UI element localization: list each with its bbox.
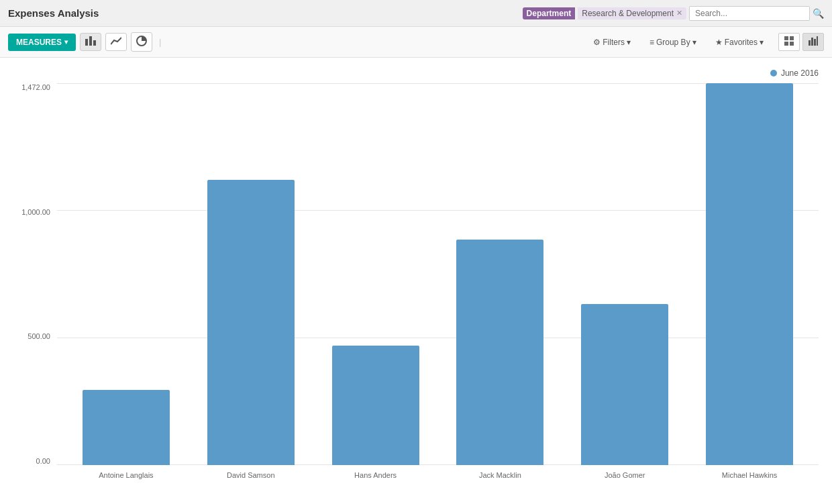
grid-view-button[interactable] [778,33,800,51]
view-toggle [778,33,824,51]
filter-icon: ⚙ [593,38,601,47]
search-area: Department Research & Development ✕ 🔍 [523,6,824,21]
star-icon: ★ [715,38,723,47]
y-label-500: 500.00 [28,332,50,340]
favorites-chevron-icon: ▾ [760,38,764,47]
chart-inner: 1,472.00 1,000.00 500.00 0.00 Antoine La… [13,83,819,485]
x-label-3: Jack Macklin [437,471,562,479]
bar-antoine-langlais[interactable] [83,390,170,465]
x-label-4: João Gomer [562,471,687,479]
bar-joão-gomer[interactable] [581,304,668,465]
x-label-1: David Samson [189,471,313,479]
page-title: Expenses Analysis [8,7,99,19]
toolbar-right: ⚙ Filters ▾ ≡ Group By ▾ ★ Favorites ▾ [589,33,824,51]
groupby-button[interactable]: ≡ Group By ▾ [645,35,700,50]
x-label-2: Hans Anders [313,471,438,479]
y-label-top: 1,472.00 [21,83,50,91]
bars-area [57,83,819,465]
toolbar-divider: | [159,37,161,47]
measures-button[interactable]: MEASURES [8,34,76,51]
svg-rect-1 [89,36,92,46]
svg-rect-10 [814,39,816,46]
svg-rect-6 [784,42,788,46]
bar-group [562,83,687,465]
svg-rect-5 [790,36,794,40]
chart-container: June 2016 1,472.00 1,000.00 500.00 0.00 … [0,58,832,504]
close-filter-icon[interactable]: ✕ [676,9,682,17]
bar-group [189,83,313,465]
search-input[interactable] [689,6,810,21]
svg-rect-7 [790,42,794,46]
filter-dept-value[interactable]: Research & Development ✕ [578,7,686,19]
filters-button[interactable]: ⚙ Filters ▾ [589,35,635,50]
search-button[interactable]: 🔍 [813,8,824,19]
bar-chart-icon [85,36,96,46]
favorites-button[interactable]: ★ Favorites ▾ [711,35,768,50]
filters-chevron-icon: ▾ [627,38,631,47]
app-header: Expenses Analysis Department Research & … [0,0,832,27]
svg-rect-2 [93,40,96,46]
filter-dept-label: Department [523,7,576,19]
bar-group [437,83,562,465]
svg-rect-0 [85,39,88,46]
bar-michael-hawkins[interactable] [706,83,793,465]
bar-jack-macklin[interactable] [456,240,543,465]
chart-plot: Antoine LanglaisDavid SamsonHans AndersJ… [57,83,819,485]
svg-rect-4 [784,36,788,40]
y-label-1000: 1,000.00 [21,208,50,216]
line-chart-button[interactable] [105,33,127,51]
x-axis: Antoine LanglaisDavid SamsonHans AndersJ… [57,465,819,485]
toolbar-left: MEASURES | [8,32,161,52]
pie-chart-button[interactable] [131,32,152,52]
x-label-5: Michael Hawkins [687,471,812,479]
svg-rect-9 [811,38,813,46]
legend-dot [770,70,777,77]
bar-view-icon [809,36,818,46]
groupby-chevron-icon: ▾ [692,38,696,47]
bar-group [64,83,189,465]
bar-group [687,83,812,465]
y-label-0: 0.00 [36,457,50,465]
svg-rect-8 [809,40,811,46]
bar-chart-button[interactable] [80,33,101,51]
line-chart-icon [111,36,121,46]
legend-label: June 2016 [781,68,819,78]
chart-legend: June 2016 [13,68,819,78]
bar-view-button[interactable] [802,33,824,51]
y-axis: 1,472.00 1,000.00 500.00 0.00 [13,83,57,485]
groupby-icon: ≡ [649,38,654,47]
svg-rect-11 [817,36,818,46]
toolbar: MEASURES | ⚙ Filters ▾ ≡ [0,27,832,58]
pie-chart-icon [136,36,147,46]
bar-hans-anders[interactable] [332,346,419,465]
grid-view-icon [784,36,794,46]
x-label-0: Antoine Langlais [64,471,189,479]
bar-group [313,83,438,465]
bar-david-samson[interactable] [207,180,295,465]
